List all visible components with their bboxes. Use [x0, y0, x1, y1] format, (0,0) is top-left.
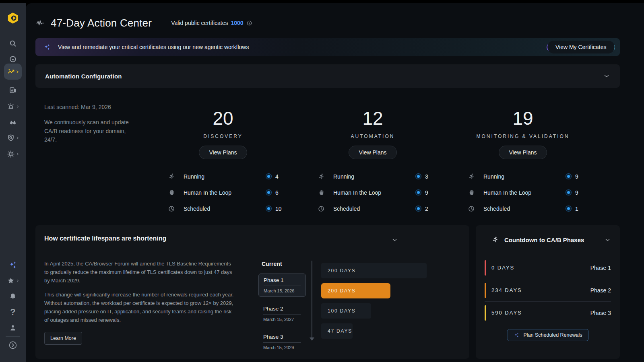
chevron-right-icon	[16, 136, 19, 140]
lifespan-bar-phase-1: 200 DAYS	[321, 283, 390, 298]
status-dot	[266, 206, 272, 212]
info-icon[interactable]	[246, 20, 252, 26]
phase-accent-bar	[485, 283, 486, 298]
stat-row: Running 9	[464, 169, 582, 185]
help-icon[interactable]: ?	[0, 305, 26, 319]
certificates-summary: Valid public certificates 1000	[171, 20, 252, 26]
stat-count: 19	[512, 109, 533, 129]
view-my-certificates-button[interactable]: View My Certificates	[547, 43, 615, 51]
lifespan-bar-phase-2: 100 DAYS	[321, 303, 371, 319]
bottom-cards-row: How certificate lifespans are shortening…	[35, 225, 620, 359]
search-icon[interactable]	[0, 36, 26, 51]
timeline-arrow	[310, 261, 314, 341]
status-dot	[566, 173, 572, 179]
page-header: 47-Day Action Center Valid public certif…	[35, 15, 252, 31]
reports-icon[interactable]	[0, 83, 26, 98]
chevron-right-icon	[16, 105, 19, 108]
countdown-rows: 0 DAYS Phase 1 234 DAYS Phase 2 590 DAYS…	[485, 257, 611, 324]
expand-sidebar-icon[interactable]	[0, 338, 26, 352]
view-plans-button[interactable]: View Plans	[199, 146, 247, 159]
running-icon	[167, 173, 176, 181]
running-icon	[467, 173, 476, 181]
favorites-star-icon[interactable]	[0, 274, 26, 288]
chevron-down-icon[interactable]	[603, 72, 610, 80]
divider	[164, 166, 282, 166]
last-scanned-text: Last scanned: Mar 9, 2026	[44, 104, 133, 110]
countdown-title: Countdown to CA/B Phases	[504, 237, 584, 243]
lifespan-bar-current: 200 DAYS	[321, 263, 427, 278]
status-dot	[566, 189, 572, 195]
countdown-row-phase-2: 234 DAYS Phase 2	[485, 279, 611, 302]
lifespan-bars-chart: 200 DAYS 200 DAYS 100 DAYS 47 DAYS	[321, 263, 427, 343]
automation-configuration-panel: Automation Configuration	[35, 64, 620, 88]
inspection-shield-icon[interactable]	[0, 131, 26, 145]
stat-row: Human In the Loop 9	[464, 185, 582, 201]
status-dot	[266, 173, 272, 179]
phase-item-1[interactable]: Phase 1 March 15, 2026	[258, 274, 306, 297]
stat-column-automation: 12 AUTOMATION View Plans Running	[314, 109, 431, 217]
plan-scheduled-renewals-button[interactable]: Plan Scheduled Renewals	[507, 329, 589, 341]
ai-sparkles-icon[interactable]	[0, 258, 26, 272]
clock-icon	[317, 205, 326, 213]
view-plans-button[interactable]: View Plans	[499, 146, 547, 159]
divider	[464, 166, 582, 166]
chevron-down-icon[interactable]	[391, 237, 398, 245]
chevron-right-icon	[16, 70, 19, 74]
gear-icon[interactable]	[0, 147, 26, 161]
hand-icon	[317, 189, 326, 197]
waveform-icon	[35, 18, 45, 28]
sidebar-item-action-center[interactable]	[4, 64, 22, 80]
countdown-row-phase-3: 590 DAYS Phase 3	[485, 302, 611, 324]
status-dot	[415, 189, 421, 195]
banner-message: View and remediate your critical certifi…	[58, 44, 249, 50]
automation-stats-section: Last scanned: Mar 9, 2026 We continuousl…	[35, 88, 620, 225]
clock-icon	[167, 205, 176, 213]
stat-label: MONITORING & VALIDATION	[476, 134, 569, 139]
phase-accent-bar	[485, 260, 486, 276]
stat-column-discovery: 20 DISCOVERY View Plans Running	[164, 109, 282, 217]
stat-row: Scheduled 10	[164, 201, 282, 217]
stat-label: AUTOMATION	[351, 134, 395, 139]
phase-accent-bar	[485, 305, 486, 321]
sidebar: ?	[0, 3, 26, 362]
account-user-icon[interactable]	[0, 321, 26, 335]
phase-list: Current Phase 1 March 15, 2026 Phase 2 M…	[258, 261, 312, 353]
binoculars-icon[interactable]	[0, 115, 26, 130]
alerts-siren-icon[interactable]	[0, 99, 26, 114]
hand-icon	[467, 189, 476, 197]
stat-row: Running 4	[164, 169, 282, 185]
countdown-header: Countdown to CA/B Phases	[491, 236, 584, 244]
chevron-right-icon	[16, 152, 19, 156]
certificates-label: Valid public certificates	[171, 20, 228, 26]
stat-row: Scheduled 2	[314, 201, 431, 217]
brand-logo-icon[interactable]	[0, 11, 26, 25]
app-window: ? 47-Day Action Center Valid public cert…	[0, 0, 644, 362]
stat-count: 12	[362, 109, 383, 129]
sidebar-divider	[6, 336, 20, 337]
stat-label: DISCOVERY	[203, 134, 242, 139]
view-plans-button[interactable]: View Plans	[349, 146, 396, 159]
phase-item-3[interactable]: Phase 3 March 15, 2029	[258, 331, 306, 353]
countdown-row-phase-1: 0 DAYS Phase 1	[485, 257, 611, 279]
learn-more-button[interactable]: Learn More	[44, 332, 82, 345]
bell-icon[interactable]	[0, 289, 26, 304]
stat-row: Scheduled 1	[464, 201, 582, 217]
scan-info: Last scanned: Mar 9, 2026 We continuousl…	[44, 104, 133, 144]
lifespans-card-title: How certificate lifespans are shortening	[44, 235, 166, 242]
stat-row: Human In the Loop 9	[314, 185, 431, 201]
stat-column-monitoring: 19 MONITORING & VALIDATION View Plans	[464, 109, 582, 217]
scan-description: We continuously scan and update CA/B rea…	[44, 118, 133, 144]
agentic-workflows-banner: View and remediate your critical certifi…	[35, 38, 620, 56]
lifespans-paragraph-2: This change will significantly increase …	[44, 291, 234, 324]
sparkles-icon	[43, 43, 52, 51]
phase-item-2[interactable]: Phase 2 March 15, 2027	[258, 302, 306, 325]
running-icon	[317, 173, 326, 181]
lifespans-description: In April 2025, the CA/Browser Forum will…	[44, 260, 234, 345]
chevron-down-icon[interactable]	[604, 237, 611, 245]
certificates-count-link[interactable]: 1000	[231, 20, 244, 26]
trend-sparkle-icon	[7, 67, 16, 76]
page-title: 47-Day Action Center	[51, 17, 152, 29]
status-dot	[415, 173, 421, 179]
status-dot	[566, 206, 572, 212]
status-dot	[266, 189, 272, 195]
